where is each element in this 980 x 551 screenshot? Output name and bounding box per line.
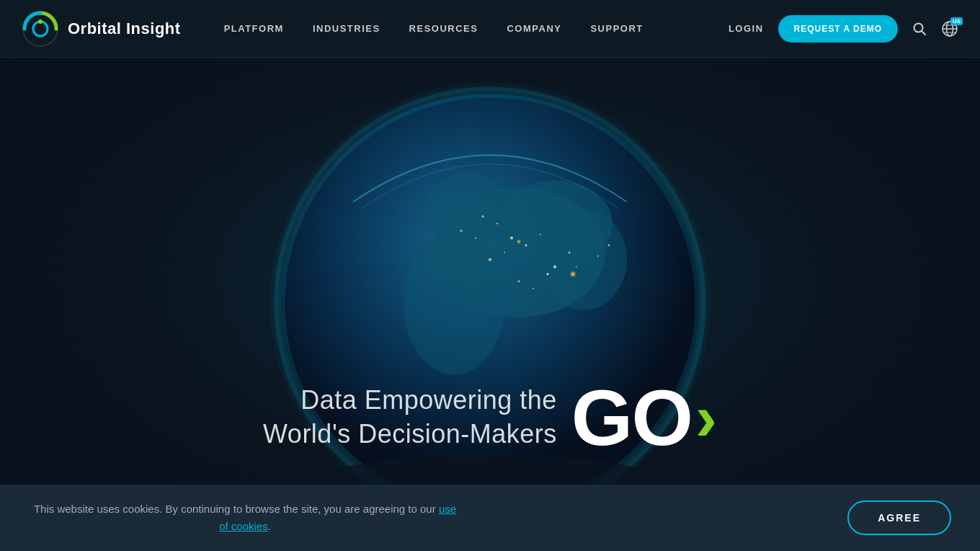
request-demo-button[interactable]: REQUEST A DEMO <box>778 15 898 43</box>
hero-content: Data Empowering the World's Decision-Mak… <box>0 378 980 457</box>
svg-point-33 <box>597 255 599 257</box>
logo[interactable]: Orbital Insight <box>22 10 181 48</box>
language-button[interactable]: US <box>941 20 958 38</box>
search-button[interactable] <box>912 22 927 36</box>
nav-resources[interactable]: RESOURCES <box>409 23 478 34</box>
hero-go-area[interactable]: GO › <box>571 378 717 457</box>
cookie-text: This website uses cookies. By continuing… <box>29 501 461 535</box>
svg-point-27 <box>518 281 520 283</box>
svg-point-25 <box>553 265 556 268</box>
nav-support[interactable]: SUPPORT <box>590 23 643 34</box>
svg-point-23 <box>475 237 476 239</box>
hero-go-text: GO <box>571 378 692 457</box>
svg-point-19 <box>540 234 541 235</box>
svg-point-29 <box>547 273 549 276</box>
hero-tagline-line2: World's Decision-Makers <box>263 418 557 451</box>
svg-point-32 <box>608 244 610 247</box>
svg-point-30 <box>489 258 491 261</box>
cookie-text-part1: This website uses cookies. By continuing… <box>34 503 439 515</box>
search-icon <box>912 22 927 36</box>
cookie-text-part2: . <box>268 520 271 532</box>
svg-point-28 <box>533 288 534 289</box>
hero-section: Data Empowering the World's Decision-Mak… <box>0 0 980 551</box>
svg-point-16 <box>425 173 512 245</box>
hero-chevron-icon: › <box>695 385 717 450</box>
svg-point-2 <box>38 19 43 24</box>
svg-point-15 <box>404 231 504 375</box>
svg-point-35 <box>571 273 574 276</box>
nav-platform[interactable]: PLATFORM <box>224 23 284 34</box>
nav-right: LOGIN REQUEST A DEMO US <box>729 15 958 43</box>
nav-industries[interactable]: INDUSTRIES <box>313 23 380 34</box>
svg-line-4 <box>922 31 925 35</box>
agree-button[interactable]: AGREE <box>847 501 951 535</box>
hero-tagline-line1: Data Empowering the <box>263 384 557 418</box>
svg-point-31 <box>504 252 505 253</box>
svg-point-37 <box>518 241 520 243</box>
navbar: Orbital Insight PLATFORM INDUSTRIES RESO… <box>0 0 980 58</box>
logo-text: Orbital Insight <box>68 19 181 38</box>
hero-tagline: Data Empowering the World's Decision-Mak… <box>263 384 557 451</box>
svg-point-14 <box>540 209 627 310</box>
svg-point-26 <box>576 266 577 268</box>
login-link[interactable]: LOGIN <box>729 23 764 34</box>
nav-company[interactable]: COMPANY <box>507 23 561 34</box>
svg-point-17 <box>510 237 513 239</box>
language-badge: US <box>950 17 963 26</box>
svg-point-21 <box>496 223 498 224</box>
logo-icon <box>22 10 59 48</box>
svg-point-18 <box>525 244 527 247</box>
nav-links: PLATFORM INDUSTRIES RESOURCES COMPANY SU… <box>224 23 729 34</box>
svg-point-24 <box>569 252 571 254</box>
svg-point-20 <box>482 216 484 218</box>
svg-point-22 <box>460 230 463 232</box>
cookie-bar: This website uses cookies. By continuing… <box>0 485 980 551</box>
